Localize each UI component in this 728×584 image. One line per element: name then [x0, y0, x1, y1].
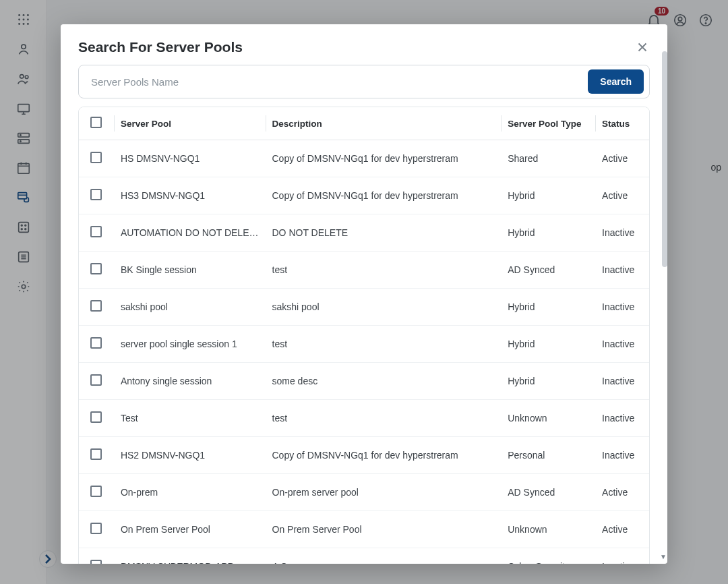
cell-description: On-prem server pool	[266, 474, 502, 511]
cell-server-pool: Antony single session	[114, 363, 266, 400]
row-checkbox-cell[interactable]	[79, 289, 114, 326]
modal-title: Search For Server Pools	[78, 39, 243, 55]
cell-server-pool: BK Single session	[114, 252, 266, 289]
table-row[interactable]: server pool single session 1testHybridIn…	[79, 326, 649, 363]
cell-status: Inactive	[595, 289, 649, 326]
row-checkbox[interactable]	[90, 189, 102, 200]
cell-description: DO NOT DELETE	[266, 214, 502, 252]
table-row[interactable]: DMSNV-CYBERMOD-APP4-Core,Cyber SecurityI…	[79, 548, 649, 564]
cell-description: On Prem Server Pool	[266, 511, 502, 548]
row-checkbox[interactable]	[90, 448, 102, 460]
cell-server-pool: sakshi pool	[114, 289, 266, 326]
cell-status: Active	[595, 140, 649, 177]
col-description[interactable]: Description	[266, 107, 502, 140]
row-checkbox-cell[interactable]	[79, 400, 114, 437]
table-row[interactable]: HS3 DMSNV-NGQ1Copy of DMSNV-NGq1 for dev…	[79, 177, 649, 214]
row-checkbox[interactable]	[90, 374, 102, 386]
row-checkbox[interactable]	[90, 486, 102, 497]
select-all-header[interactable]	[79, 107, 114, 140]
table-row[interactable]: HS2 DMSNV-NGQ1Copy of DMSNV-NGq1 for dev…	[79, 437, 649, 474]
cell-server-pool: HS3 DMSNV-NGQ1	[114, 177, 266, 214]
cell-server-pool-type: AD Synced	[501, 474, 595, 511]
table-row[interactable]: HS DMSNV-NGQ1Copy of DMSNV-NGq1 for dev …	[79, 140, 649, 177]
row-checkbox-cell[interactable]	[79, 363, 114, 400]
cell-server-pool: Test	[114, 400, 266, 437]
table-row[interactable]: On-premOn-prem server poolAD SyncedActiv…	[79, 474, 649, 511]
search-button[interactable]: Search	[588, 69, 644, 94]
cell-server-pool: On Prem Server Pool	[114, 511, 266, 548]
search-server-pools-modal: Search For Server Pools Search Server Po…	[61, 24, 667, 564]
cell-status: Inactive	[595, 363, 649, 400]
row-checkbox[interactable]	[90, 560, 102, 564]
cell-server-pool-type: Hybrid	[501, 289, 595, 326]
row-checkbox[interactable]	[90, 152, 102, 163]
col-server-pool[interactable]: Server Pool	[114, 107, 266, 140]
cell-description: 4-Core,	[266, 548, 502, 564]
cell-server-pool: DMSNV-CYBERMOD-APP	[114, 548, 266, 564]
cell-server-pool-type: Unknown	[501, 511, 595, 548]
close-icon[interactable]	[635, 40, 650, 55]
cell-server-pool-type: Cyber Security	[501, 548, 595, 564]
row-checkbox[interactable]	[90, 523, 102, 534]
table-row[interactable]: sakshi poolsakshi poolHybridInactive	[79, 289, 649, 326]
cell-server-pool: HS DMSNV-NGQ1	[114, 140, 266, 177]
cell-server-pool-type: Hybrid	[501, 214, 595, 252]
cell-status: Active	[595, 474, 649, 511]
cell-description: Copy of DMSNV-NGq1 for dev hyperstreram	[266, 140, 502, 177]
cell-server-pool-type: Shared	[501, 140, 595, 177]
cell-description: Copy of DMSNV-NGq1 for dev hyperstreram	[266, 437, 502, 474]
cell-server-pool: HS2 DMSNV-NGQ1	[114, 437, 266, 474]
table-row[interactable]: Antony single sessionsome descHybridInac…	[79, 363, 649, 400]
cell-description: Copy of DMSNV-NGq1 for dev hyperstreram	[266, 177, 502, 214]
cell-server-pool-type: Unknown	[501, 400, 595, 437]
cell-description: test	[266, 326, 502, 363]
cell-status: Inactive	[595, 326, 649, 363]
results-table: Server Pool Description Server Pool Type…	[78, 107, 650, 564]
row-checkbox-cell[interactable]	[79, 140, 114, 177]
row-checkbox-cell[interactable]	[79, 511, 114, 548]
row-checkbox-cell[interactable]	[79, 214, 114, 252]
cell-server-pool: server pool single session 1	[114, 326, 266, 363]
row-checkbox-cell[interactable]	[79, 474, 114, 511]
cell-server-pool-type: Hybrid	[501, 363, 595, 400]
cell-status: Inactive	[595, 548, 649, 564]
cell-server-pool-type: Hybrid	[501, 177, 595, 214]
cell-description: test	[266, 400, 502, 437]
cell-status: Inactive	[595, 400, 649, 437]
col-server-pool-type[interactable]: Server Pool Type	[501, 107, 595, 140]
row-checkbox-cell[interactable]	[79, 177, 114, 214]
row-checkbox[interactable]	[90, 411, 102, 423]
cell-status: Inactive	[595, 214, 649, 252]
cell-status: Inactive	[595, 252, 649, 289]
cell-server-pool: AUTOMATION DO NOT DELE…	[114, 214, 266, 252]
table-row[interactable]: TesttestUnknownInactive	[79, 400, 649, 437]
cell-server-pool: On-prem	[114, 474, 266, 511]
cell-status: Active	[595, 511, 649, 548]
cell-description: test	[266, 252, 502, 289]
row-checkbox-cell[interactable]	[79, 326, 114, 363]
row-checkbox-cell[interactable]	[79, 548, 114, 564]
select-all-checkbox[interactable]	[90, 117, 102, 128]
table-row[interactable]: AUTOMATION DO NOT DELE…DO NOT DELETEHybr…	[79, 214, 649, 252]
row-checkbox[interactable]	[90, 300, 102, 312]
row-checkbox[interactable]	[90, 337, 102, 349]
col-status[interactable]: Status	[595, 107, 649, 140]
row-checkbox-cell[interactable]	[79, 437, 114, 474]
row-checkbox-cell[interactable]	[79, 252, 114, 289]
cell-description: sakshi pool	[266, 289, 502, 326]
row-checkbox[interactable]	[90, 263, 102, 274]
server-pool-name-input[interactable]	[88, 71, 588, 93]
cell-status: Inactive	[595, 437, 649, 474]
cell-server-pool-type: Personal	[501, 437, 595, 474]
table-row[interactable]: BK Single sessiontestAD SyncedInactive	[79, 252, 649, 289]
cell-server-pool-type: AD Synced	[501, 252, 595, 289]
search-box: Search	[78, 65, 650, 98]
scroll-down-caret-icon[interactable]: ▼	[660, 553, 667, 560]
table-row[interactable]: On Prem Server PoolOn Prem Server PoolUn…	[79, 511, 649, 548]
row-checkbox[interactable]	[90, 226, 102, 237]
cell-status: Active	[595, 177, 649, 214]
cell-server-pool-type: Hybrid	[501, 326, 595, 363]
cell-description: some desc	[266, 363, 502, 400]
